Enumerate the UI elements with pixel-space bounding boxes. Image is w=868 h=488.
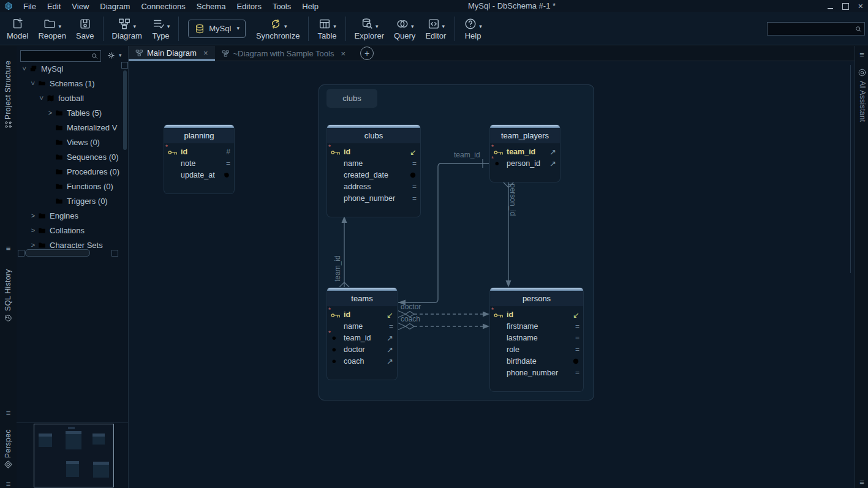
menu-item-help[interactable]: Help: [296, 1, 324, 12]
column-row-team_id[interactable]: *team_id↗: [327, 332, 397, 344]
menu-item-connections[interactable]: Connections: [135, 1, 191, 12]
toolbar-query-button[interactable]: ▾Query: [389, 16, 420, 42]
column-row-firstname[interactable]: firstname=: [490, 321, 583, 332]
dropdown-caret-icon[interactable]: ▾: [58, 23, 61, 29]
column-row-name[interactable]: name=: [327, 158, 420, 170]
tree-item-mysql[interactable]: >MySql: [17, 61, 129, 76]
table-teams-header[interactable]: teams: [327, 291, 397, 306]
table-team-players[interactable]: team_players *team_id↗*person_id↗: [490, 125, 560, 182]
column-row-name[interactable]: name=: [327, 321, 397, 332]
scroll-corner-handle[interactable]: [18, 250, 25, 257]
column-row-coach[interactable]: coach↗: [327, 356, 397, 367]
tree-item-tables-5-[interactable]: >Tables (5): [17, 105, 129, 120]
tree-item-engines[interactable]: >Engines: [17, 208, 129, 223]
tree-horizontal-scrollbar[interactable]: [25, 249, 90, 257]
menu-item-diagram[interactable]: Diagram: [94, 1, 135, 12]
menu-item-file[interactable]: File: [18, 1, 42, 12]
drag-handle-icon[interactable]: ≡: [0, 244, 17, 252]
column-row-id[interactable]: *id#: [164, 146, 234, 158]
minimap-viewport[interactable]: [34, 424, 114, 487]
dropdown-caret-icon[interactable]: ▾: [133, 23, 136, 29]
column-row-update_at[interactable]: update_at: [164, 170, 234, 181]
tree-item-sequences-0-[interactable]: Sequences (0): [17, 149, 129, 164]
tree-item-views-0-[interactable]: Views (0): [17, 135, 129, 149]
dropdown-caret-icon[interactable]: ▾: [442, 23, 445, 29]
toolbar-editor-button[interactable]: ▾Editor: [420, 16, 451, 42]
column-row-id[interactable]: *id↙: [327, 146, 420, 158]
relation-label[interactable]: team_id: [333, 245, 342, 282]
chevron-down-icon[interactable]: >: [29, 79, 37, 88]
table-clubs[interactable]: clubs *id↙name=created_dateaddress=phone…: [327, 125, 420, 217]
toolbar-type-button[interactable]: ▾Type: [147, 16, 175, 42]
tab--diagram-with-sample-tools[interactable]: ~Diagram with Sample Tools×: [215, 46, 352, 61]
tab-main-diagram[interactable]: Main Diagram×: [129, 46, 215, 61]
dropdown-caret-icon[interactable]: ▾: [236, 25, 240, 31]
chevron-down-icon[interactable]: >: [21, 64, 28, 73]
tree-search-input[interactable]: [21, 52, 91, 61]
project-structure-tab[interactable]: Project Structure: [4, 50, 12, 119]
chevron-right-icon[interactable]: >: [29, 227, 37, 234]
toolbar-model-button[interactable]: Model: [2, 16, 33, 42]
chevron-right-icon[interactable]: >: [46, 109, 55, 116]
global-search-input[interactable]: [768, 24, 855, 33]
toolbar-explorer-button[interactable]: ▾Explorer: [350, 16, 389, 42]
tree-item-procedures-0-[interactable]: Procedures (0): [17, 164, 129, 179]
gear-caret-icon[interactable]: ▾: [119, 52, 122, 58]
tree-item-character-sets[interactable]: >Character Sets: [17, 238, 129, 250]
scroll-corner-handle[interactable]: [121, 62, 128, 69]
minimize-icon[interactable]: [828, 7, 833, 9]
menu-item-editors[interactable]: Editors: [231, 1, 266, 12]
toolbar-help-button[interactable]: ▾Help: [459, 16, 487, 42]
scroll-corner-handle[interactable]: [111, 250, 118, 257]
menu-item-schema[interactable]: Schema: [191, 1, 232, 12]
new-tab-button[interactable]: +: [360, 47, 374, 60]
drag-handle-icon[interactable]: ≡: [855, 478, 868, 486]
relation-label[interactable]: coach: [401, 315, 420, 323]
column-row-id[interactable]: *id↙: [327, 309, 397, 321]
tree-item-functions-0-[interactable]: Functions (0): [17, 179, 129, 193]
dropdown-caret-icon[interactable]: ▾: [479, 23, 482, 29]
dropdown-caret-icon[interactable]: ▾: [376, 23, 379, 29]
toolbar-diagram-button[interactable]: ▾Diagram: [107, 16, 147, 42]
column-row-created_date[interactable]: created_date: [327, 170, 420, 181]
tree-item-collations[interactable]: >Collations: [17, 223, 129, 238]
table-planning-header[interactable]: planning: [164, 128, 234, 143]
gear-icon[interactable]: [107, 51, 116, 60]
drag-handle-icon[interactable]: ≡: [855, 51, 868, 59]
column-row-doctor[interactable]: doctor↗: [327, 344, 397, 356]
maximize-icon[interactable]: [842, 3, 849, 10]
canvas-scrollbar[interactable]: [850, 65, 851, 273]
dropdown-caret-icon[interactable]: ▾: [284, 23, 287, 29]
column-row-person_id[interactable]: *person_id↗: [490, 158, 560, 170]
drag-handle-icon[interactable]: ≡: [0, 480, 17, 488]
column-row-team_id[interactable]: *team_id↗: [490, 146, 560, 158]
tree-item-triggers-0-[interactable]: Triggers (0): [17, 193, 129, 208]
tree-item-football[interactable]: >football: [17, 91, 129, 105]
table-teams[interactable]: teams *id↙name=*team_id↗doctor↗coach↗: [327, 288, 397, 380]
column-row-role[interactable]: role=: [490, 344, 583, 356]
table-planning[interactable]: planning *id#note=update_at: [164, 125, 234, 193]
tab-close-icon[interactable]: ×: [203, 48, 208, 58]
tree-vertical-scrollbar[interactable]: [123, 70, 127, 150]
menu-item-view[interactable]: View: [66, 1, 94, 12]
tree-item-materialized-v[interactable]: Materialized V: [17, 120, 129, 135]
column-row-note[interactable]: note=: [164, 158, 234, 170]
toolbar-synchronize-button[interactable]: ▾Synchronize: [251, 16, 305, 42]
chevron-down-icon[interactable]: >: [38, 94, 45, 102]
tab-close-icon[interactable]: ×: [341, 49, 345, 58]
chevron-right-icon[interactable]: >: [29, 241, 37, 249]
column-row-phone_number[interactable]: phone_number=: [327, 193, 420, 205]
toolbar-reopen-button[interactable]: ▾Reopen: [33, 16, 71, 42]
sql-history-tab[interactable]: SQL History: [4, 257, 12, 311]
toolbar-table-button[interactable]: ▾Table: [312, 16, 341, 42]
menu-item-tools[interactable]: Tools: [267, 1, 296, 12]
tree-item-schemas-1-[interactable]: >Schemas (1): [17, 76, 129, 91]
perspective-tab[interactable]: Perspec: [4, 418, 12, 458]
toolbar-mysql-button[interactable]: MySql▾: [188, 20, 246, 38]
relation-label[interactable]: doctor: [401, 302, 421, 311]
table-persons[interactable]: persons *id↙firstname=lastname=role=birt…: [490, 288, 583, 391]
relation-label[interactable]: team_id: [454, 151, 480, 159]
column-row-lastname[interactable]: lastname=: [490, 332, 583, 344]
table-persons-header[interactable]: persons: [490, 291, 583, 306]
table-clubs-header[interactable]: clubs: [327, 128, 420, 143]
